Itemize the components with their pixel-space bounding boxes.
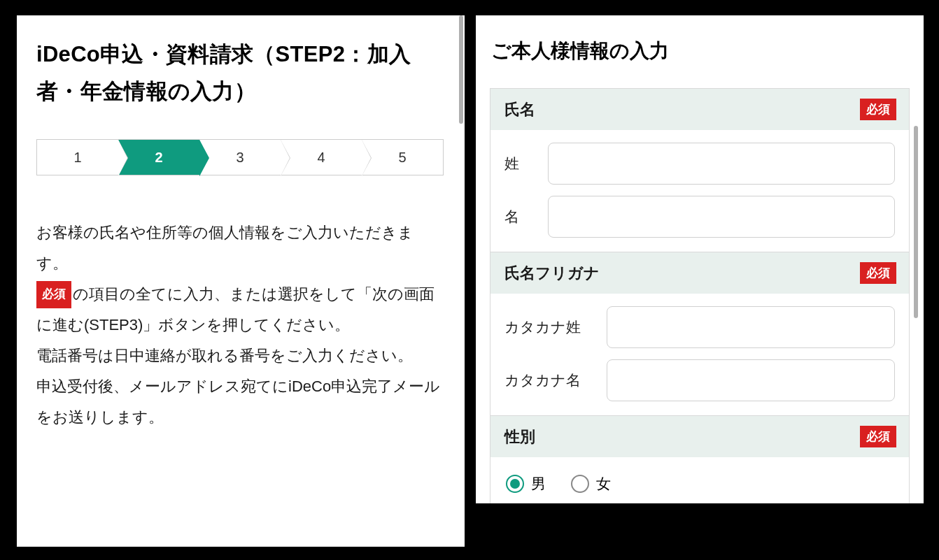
form-block-name: 氏名 必須 姓 名 bbox=[490, 88, 910, 252]
radio-dot-icon bbox=[510, 479, 520, 489]
radio-female-label: 女 bbox=[596, 474, 611, 494]
required-badge: 必須 bbox=[860, 262, 896, 284]
desc-line2: の項目の全てに入力、または選択をして「次の画面に進む(STEP3)」ボタンを押し… bbox=[36, 285, 435, 333]
kana-mei-input[interactable] bbox=[607, 359, 895, 401]
step-4[interactable]: 4 bbox=[281, 140, 362, 175]
step-3[interactable]: 3 bbox=[199, 140, 281, 175]
radio-male[interactable]: 男 bbox=[506, 474, 546, 494]
form-block-gender: 性別 必須 男 女 bbox=[490, 415, 910, 503]
page-title: iDeCo申込・資料請求（STEP2：加入者・年金情報の入力） bbox=[36, 36, 444, 110]
required-badge: 必須 bbox=[860, 426, 896, 447]
desc-line4: 申込受付後、メールアドレス宛てにiDeCo申込完了メールをお送りします。 bbox=[36, 378, 440, 426]
description: お客様の氏名や住所等の個人情報をご入力いただきます。 必須の項目の全てに入力、ま… bbox=[36, 217, 444, 433]
kana-sei-input[interactable] bbox=[607, 306, 895, 348]
scrollbar-right[interactable] bbox=[914, 126, 918, 318]
form-block-kana: 氏名フリガナ 必須 カタカナ姓 カタカナ名 bbox=[490, 252, 910, 416]
stepper: 1 2 3 4 5 bbox=[36, 139, 444, 175]
section-title: ご本人様情報の入力 bbox=[491, 38, 910, 64]
name-header: 氏名 必須 bbox=[490, 89, 909, 130]
scrollbar-left[interactable] bbox=[459, 15, 463, 124]
step-5[interactable]: 5 bbox=[362, 140, 443, 175]
radio-male-label: 男 bbox=[531, 474, 546, 494]
gender-header: 性別 必須 bbox=[490, 416, 909, 457]
kana-header-label: 氏名フリガナ bbox=[504, 263, 600, 284]
step-2[interactable]: 2 bbox=[118, 140, 199, 175]
radio-circle-icon bbox=[506, 475, 524, 493]
radio-circle-icon bbox=[571, 475, 589, 493]
sei-input[interactable] bbox=[548, 143, 895, 185]
mei-input[interactable] bbox=[548, 196, 895, 238]
mei-label: 名 bbox=[504, 207, 535, 227]
required-badge: 必須 bbox=[860, 99, 896, 120]
radio-female[interactable]: 女 bbox=[571, 474, 611, 494]
desc-line3: 電話番号は日中連絡が取れる番号をご入力ください。 bbox=[36, 347, 413, 364]
left-panel: iDeCo申込・資料請求（STEP2：加入者・年金情報の入力） 1 2 3 4 … bbox=[17, 15, 465, 547]
kana-mei-label: カタカナ名 bbox=[504, 371, 594, 390]
sei-label: 姓 bbox=[504, 154, 535, 173]
required-badge-inline: 必須 bbox=[36, 281, 71, 308]
right-panel: ご本人様情報の入力 氏名 必須 姓 名 氏名フリガナ 必須 カタカナ姓 bbox=[476, 15, 924, 503]
name-header-label: 氏名 bbox=[504, 99, 535, 120]
step-1[interactable]: 1 bbox=[37, 140, 118, 175]
gender-header-label: 性別 bbox=[504, 426, 535, 447]
desc-line1: お客様の氏名や住所等の個人情報をご入力いただきます。 bbox=[36, 224, 414, 272]
kana-sei-label: カタカナ姓 bbox=[504, 317, 594, 337]
kana-header: 氏名フリガナ 必須 bbox=[490, 252, 909, 294]
